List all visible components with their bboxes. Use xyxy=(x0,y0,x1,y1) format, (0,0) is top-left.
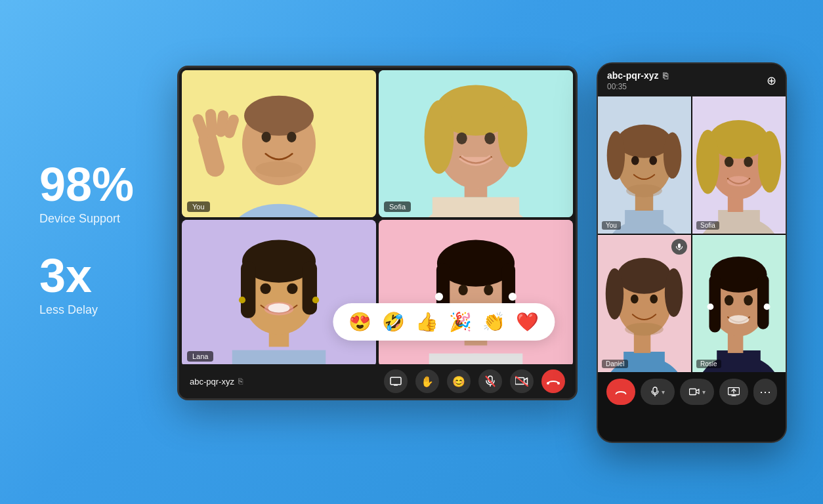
screen-share-button[interactable] xyxy=(384,369,408,393)
mic-chevron: ▾ xyxy=(662,388,665,396)
svg-point-55 xyxy=(547,382,549,385)
svg-rect-48 xyxy=(390,377,401,385)
svg-point-65 xyxy=(631,156,639,165)
svg-point-46 xyxy=(459,285,468,295)
phone-meeting-info: abc-pqr-xyz ⎘ 00:35 xyxy=(607,70,668,91)
video-cell-you: You xyxy=(182,70,376,217)
svg-point-78 xyxy=(727,176,750,186)
phone-device: abc-pqr-xyz ⎘ 00:35 ⊕ xyxy=(597,62,787,443)
svg-point-31 xyxy=(287,284,297,294)
svg-point-18 xyxy=(425,100,454,174)
svg-rect-59 xyxy=(625,210,664,229)
phone-video-cell-rosie: Rosie xyxy=(692,235,786,372)
phone-label-you: You xyxy=(602,221,621,230)
copy-icon[interactable]: ⎘ xyxy=(238,377,243,386)
svg-point-30 xyxy=(260,284,270,294)
svg-point-84 xyxy=(617,258,671,294)
emoji-reaction-bar[interactable]: 😍 🤣 👍 🎉 👏 ❤️ xyxy=(333,303,555,341)
phone-camera-button[interactable]: ▾ xyxy=(680,379,714,405)
phone-video-cell-daniel: Daniel xyxy=(598,235,691,372)
emoji-love[interactable]: 😍 xyxy=(348,311,371,333)
phone-bottom-bar: ▾ ▾ ⋯ xyxy=(598,372,786,411)
phone-share-button[interactable] xyxy=(719,379,748,405)
video-cell-bottom-right xyxy=(379,220,573,367)
camera-off-button[interactable] xyxy=(510,369,534,393)
svg-point-5 xyxy=(287,132,296,142)
tablet-bottom-bar: abc-pqr-xyz ⎘ ✋ 😊 xyxy=(179,364,576,398)
svg-point-100 xyxy=(707,304,714,310)
phone-label-sofia: Sofia xyxy=(696,221,719,230)
svg-point-3 xyxy=(244,96,314,136)
svg-point-63 xyxy=(607,131,625,180)
video-cell-lana: Lana xyxy=(182,220,376,367)
svg-point-35 xyxy=(312,297,319,303)
svg-rect-94 xyxy=(717,350,761,372)
svg-rect-105 xyxy=(653,387,657,393)
phone-video-cell-you: You xyxy=(598,96,691,234)
svg-point-87 xyxy=(631,295,639,304)
device-support-number: 98% xyxy=(39,161,134,208)
svg-rect-14 xyxy=(433,197,519,217)
less-delay-stat: 3x Less Delay xyxy=(39,252,134,317)
phone-mute-icon xyxy=(671,239,687,255)
svg-point-101 xyxy=(764,304,770,310)
emoji-party[interactable]: 🎉 xyxy=(449,311,472,333)
svg-rect-70 xyxy=(718,210,760,232)
tablet-controls: ✋ 😊 xyxy=(384,369,565,393)
phone-more-button[interactable]: ⋯ xyxy=(753,379,777,405)
camera-chevron: ▾ xyxy=(702,388,706,396)
phone-mic-button[interactable]: ▾ xyxy=(641,379,675,405)
svg-point-85 xyxy=(606,268,623,320)
label-you: You xyxy=(187,201,210,212)
label-lana: Lana xyxy=(187,351,213,362)
hand-raise-button[interactable]: ✋ xyxy=(415,369,439,393)
svg-point-20 xyxy=(456,133,467,144)
emoji-heart[interactable]: ❤️ xyxy=(516,311,539,333)
svg-point-67 xyxy=(626,184,662,198)
emoji-laugh[interactable]: 🤣 xyxy=(382,311,405,333)
svg-point-64 xyxy=(664,133,681,179)
svg-point-4 xyxy=(262,132,271,142)
svg-point-21 xyxy=(484,133,495,144)
stats-section: 98% Device Support 3x Less Delay xyxy=(39,161,134,343)
device-support-stat: 98% Device Support xyxy=(39,161,134,226)
video-cell-sofia: Sofia xyxy=(379,70,573,217)
svg-point-76 xyxy=(725,157,734,167)
svg-point-104 xyxy=(728,315,749,324)
tablet-device: You xyxy=(177,66,578,400)
phone-meeting-id-text: abc-pqr-xyz xyxy=(607,70,659,81)
svg-rect-81 xyxy=(623,352,665,372)
tablet-meeting-id-text: abc-pqr-xyz xyxy=(190,377,234,387)
less-delay-number: 3x xyxy=(39,252,134,299)
emoji-button[interactable]: 😊 xyxy=(447,369,471,393)
phone-label-rosie: Rosie xyxy=(696,360,721,368)
svg-point-86 xyxy=(665,268,683,317)
svg-point-47 xyxy=(484,285,493,295)
svg-point-102 xyxy=(725,295,734,306)
svg-point-66 xyxy=(649,156,657,165)
svg-rect-99 xyxy=(757,274,769,329)
svg-point-103 xyxy=(744,295,753,306)
svg-rect-90 xyxy=(678,243,681,248)
phone-copy-icon[interactable]: ⎘ xyxy=(663,71,668,81)
svg-point-77 xyxy=(744,157,753,167)
phone-video-cell-sofia: Sofia xyxy=(692,96,786,234)
phone-end-call-button[interactable] xyxy=(606,379,635,405)
phone-timer: 00:35 xyxy=(607,82,668,91)
svg-point-62 xyxy=(617,125,671,158)
svg-rect-28 xyxy=(241,261,255,318)
mic-mute-button[interactable] xyxy=(478,369,502,393)
device-support-label: Device Support xyxy=(39,212,134,226)
svg-rect-29 xyxy=(303,261,317,314)
less-delay-label: Less Delay xyxy=(39,303,134,317)
emoji-thumbsup[interactable]: 👍 xyxy=(415,311,438,333)
svg-point-6 xyxy=(255,161,302,177)
svg-point-34 xyxy=(239,297,245,303)
end-call-button[interactable] xyxy=(541,369,565,393)
phone-video-grid: You Sofia xyxy=(598,96,786,372)
phone-meeting-id: abc-pqr-xyz ⎘ xyxy=(607,70,668,81)
emoji-clap[interactable]: 👏 xyxy=(482,311,505,333)
tablet-meeting-id: abc-pqr-xyz ⎘ xyxy=(190,377,243,387)
phone-target-icon[interactable]: ⊕ xyxy=(767,74,776,88)
svg-point-56 xyxy=(557,382,560,385)
